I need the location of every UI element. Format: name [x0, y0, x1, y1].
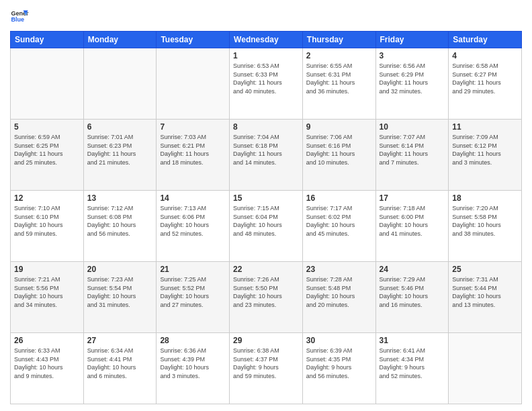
- calendar-cell: 17Sunrise: 7:18 AM Sunset: 6:00 PM Dayli…: [375, 191, 449, 262]
- day-number: 25: [452, 265, 518, 274]
- day-number: 30: [306, 336, 372, 345]
- weekday-saturday: Saturday: [449, 32, 522, 48]
- calendar-cell: 2Sunrise: 6:55 AM Sunset: 6:31 PM Daylig…: [302, 48, 375, 120]
- day-number: 24: [380, 265, 445, 274]
- day-info: Sunrise: 7:09 AM Sunset: 6:12 PM Dayligh…: [452, 133, 518, 167]
- day-number: 1: [233, 51, 299, 60]
- calendar-cell: 18Sunrise: 7:20 AM Sunset: 5:58 PM Dayli…: [449, 191, 522, 262]
- day-number: 26: [14, 336, 80, 345]
- day-info: Sunrise: 6:39 AM Sunset: 4:35 PM Dayligh…: [306, 347, 372, 380]
- day-info: Sunrise: 6:56 AM Sunset: 6:29 PM Dayligh…: [380, 62, 445, 95]
- day-number: 21: [160, 265, 226, 274]
- calendar-cell: [83, 48, 157, 120]
- day-info: Sunrise: 7:15 AM Sunset: 6:04 PM Dayligh…: [233, 204, 299, 238]
- day-number: 9: [306, 122, 372, 132]
- calendar-cell: 24Sunrise: 7:29 AM Sunset: 5:46 PM Dayli…: [375, 262, 449, 333]
- calendar-week-row: 12Sunrise: 7:10 AM Sunset: 6:10 PM Dayli…: [11, 191, 522, 262]
- day-info: Sunrise: 7:26 AM Sunset: 5:50 PM Dayligh…: [233, 275, 299, 309]
- day-number: 10: [380, 122, 445, 132]
- calendar-cell: 12Sunrise: 7:10 AM Sunset: 6:10 PM Dayli…: [11, 191, 84, 262]
- calendar-cell: 13Sunrise: 7:12 AM Sunset: 6:08 PM Dayli…: [83, 191, 157, 262]
- calendar-cell: 5Sunrise: 6:59 AM Sunset: 6:25 PM Daylig…: [11, 120, 84, 191]
- calendar-cell: 1Sunrise: 6:53 AM Sunset: 6:33 PM Daylig…: [230, 48, 303, 120]
- day-info: Sunrise: 6:34 AM Sunset: 4:41 PM Dayligh…: [87, 347, 153, 380]
- day-info: Sunrise: 7:07 AM Sunset: 6:14 PM Dayligh…: [380, 133, 445, 167]
- calendar-cell: 7Sunrise: 7:03 AM Sunset: 6:21 PM Daylig…: [157, 120, 230, 191]
- day-info: Sunrise: 7:29 AM Sunset: 5:46 PM Dayligh…: [380, 275, 445, 309]
- calendar-cell: [449, 333, 522, 404]
- calendar-cell: 6Sunrise: 7:01 AM Sunset: 6:23 PM Daylig…: [83, 120, 157, 191]
- calendar-cell: 23Sunrise: 7:28 AM Sunset: 5:48 PM Dayli…: [302, 262, 375, 333]
- day-info: Sunrise: 6:38 AM Sunset: 4:37 PM Dayligh…: [233, 347, 299, 380]
- calendar-cell: 29Sunrise: 6:38 AM Sunset: 4:37 PM Dayli…: [230, 333, 303, 404]
- weekday-wednesday: Wednesday: [230, 32, 303, 48]
- svg-text:Blue: Blue: [11, 16, 24, 23]
- calendar-cell: 31Sunrise: 6:41 AM Sunset: 4:34 PM Dayli…: [375, 333, 449, 404]
- day-info: Sunrise: 7:18 AM Sunset: 6:00 PM Dayligh…: [380, 204, 445, 238]
- calendar-cell: 22Sunrise: 7:26 AM Sunset: 5:50 PM Dayli…: [230, 262, 303, 333]
- calendar-cell: 30Sunrise: 6:39 AM Sunset: 4:35 PM Dayli…: [302, 333, 375, 404]
- day-number: 23: [306, 265, 372, 274]
- calendar-cell: 19Sunrise: 7:21 AM Sunset: 5:56 PM Dayli…: [11, 262, 84, 333]
- day-number: 28: [160, 336, 226, 345]
- day-info: Sunrise: 6:36 AM Sunset: 4:39 PM Dayligh…: [160, 347, 226, 380]
- day-number: 8: [233, 122, 299, 132]
- calendar-cell: 9Sunrise: 7:06 AM Sunset: 6:16 PM Daylig…: [302, 120, 375, 191]
- day-number: 22: [233, 265, 299, 274]
- calendar-cell: [157, 48, 230, 120]
- weekday-sunday: Sunday: [11, 32, 84, 48]
- calendar-cell: 14Sunrise: 7:13 AM Sunset: 6:06 PM Dayli…: [157, 191, 230, 262]
- calendar-week-row: 19Sunrise: 7:21 AM Sunset: 5:56 PM Dayli…: [11, 262, 522, 333]
- day-number: 6: [87, 122, 153, 132]
- calendar-cell: 20Sunrise: 7:23 AM Sunset: 5:54 PM Dayli…: [83, 262, 157, 333]
- calendar-cell: 4Sunrise: 6:58 AM Sunset: 6:27 PM Daylig…: [449, 48, 522, 120]
- day-info: Sunrise: 7:23 AM Sunset: 5:54 PM Dayligh…: [87, 275, 153, 309]
- day-info: Sunrise: 7:03 AM Sunset: 6:21 PM Dayligh…: [160, 133, 226, 167]
- day-info: Sunrise: 7:10 AM Sunset: 6:10 PM Dayligh…: [14, 204, 80, 238]
- calendar-cell: 10Sunrise: 7:07 AM Sunset: 6:14 PM Dayli…: [375, 120, 449, 191]
- weekday-thursday: Thursday: [302, 32, 375, 48]
- day-number: 3: [380, 51, 445, 60]
- day-info: Sunrise: 7:21 AM Sunset: 5:56 PM Dayligh…: [14, 275, 80, 309]
- day-number: 15: [233, 193, 299, 203]
- calendar-cell: 25Sunrise: 7:31 AM Sunset: 5:44 PM Dayli…: [449, 262, 522, 333]
- day-info: Sunrise: 7:17 AM Sunset: 6:02 PM Dayligh…: [306, 204, 372, 238]
- weekday-friday: Friday: [375, 32, 449, 48]
- day-info: Sunrise: 7:28 AM Sunset: 5:48 PM Dayligh…: [306, 275, 372, 309]
- day-info: Sunrise: 6:33 AM Sunset: 4:43 PM Dayligh…: [14, 347, 80, 380]
- calendar-week-row: 26Sunrise: 6:33 AM Sunset: 4:43 PM Dayli…: [11, 333, 522, 404]
- day-info: Sunrise: 7:13 AM Sunset: 6:06 PM Dayligh…: [160, 204, 226, 238]
- day-info: Sunrise: 7:01 AM Sunset: 6:23 PM Dayligh…: [87, 133, 153, 167]
- day-info: Sunrise: 7:06 AM Sunset: 6:16 PM Dayligh…: [306, 133, 372, 167]
- calendar-cell: 15Sunrise: 7:15 AM Sunset: 6:04 PM Dayli…: [230, 191, 303, 262]
- calendar-cell: 28Sunrise: 6:36 AM Sunset: 4:39 PM Dayli…: [157, 333, 230, 404]
- calendar-cell: 11Sunrise: 7:09 AM Sunset: 6:12 PM Dayli…: [449, 120, 522, 191]
- calendar-week-row: 5Sunrise: 6:59 AM Sunset: 6:25 PM Daylig…: [11, 120, 522, 191]
- day-info: Sunrise: 6:58 AM Sunset: 6:27 PM Dayligh…: [452, 62, 518, 95]
- day-number: 27: [87, 336, 153, 345]
- weekday-monday: Monday: [83, 32, 157, 48]
- logo-icon: General Blue: [10, 7, 29, 26]
- page: General Blue SundayMondayTuesdayWednesda…: [0, 0, 532, 411]
- day-number: 14: [160, 193, 226, 203]
- weekday-header-row: SundayMondayTuesdayWednesdayThursdayFrid…: [11, 32, 522, 48]
- day-number: 5: [14, 122, 80, 132]
- day-number: 11: [452, 122, 518, 132]
- calendar-cell: 3Sunrise: 6:56 AM Sunset: 6:29 PM Daylig…: [375, 48, 449, 120]
- day-number: 18: [452, 193, 518, 203]
- calendar-cell: 21Sunrise: 7:25 AM Sunset: 5:52 PM Dayli…: [157, 262, 230, 333]
- calendar-cell: 26Sunrise: 6:33 AM Sunset: 4:43 PM Dayli…: [11, 333, 84, 404]
- day-info: Sunrise: 7:31 AM Sunset: 5:44 PM Dayligh…: [452, 275, 518, 309]
- day-number: 4: [452, 51, 518, 60]
- calendar-week-row: 1Sunrise: 6:53 AM Sunset: 6:33 PM Daylig…: [11, 48, 522, 120]
- day-info: Sunrise: 7:25 AM Sunset: 5:52 PM Dayligh…: [160, 275, 226, 309]
- day-info: Sunrise: 7:12 AM Sunset: 6:08 PM Dayligh…: [87, 204, 153, 238]
- calendar-cell: 8Sunrise: 7:04 AM Sunset: 6:18 PM Daylig…: [230, 120, 303, 191]
- day-number: 20: [87, 265, 153, 274]
- day-number: 16: [306, 193, 372, 203]
- day-info: Sunrise: 7:04 AM Sunset: 6:18 PM Dayligh…: [233, 133, 299, 167]
- day-number: 19: [14, 265, 80, 274]
- calendar-cell: [11, 48, 84, 120]
- logo: General Blue: [10, 7, 29, 26]
- day-number: 2: [306, 51, 372, 60]
